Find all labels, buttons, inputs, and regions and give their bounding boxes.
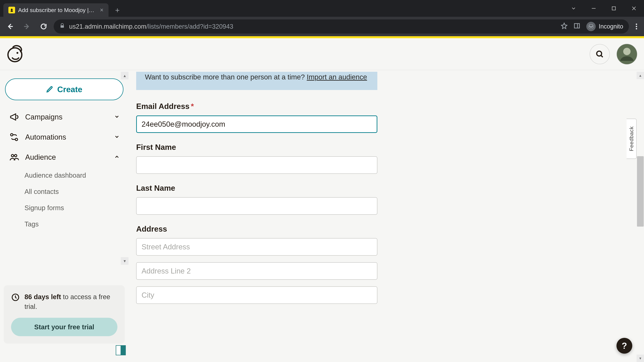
- svg-rect-3: [60, 25, 64, 28]
- address-label: Address: [136, 224, 377, 233]
- svg-point-7: [636, 28, 637, 29]
- subnav-tags[interactable]: Tags: [24, 216, 124, 232]
- subnav-audience-dashboard[interactable]: Audience dashboard: [24, 167, 124, 184]
- main-scrollbar[interactable]: ▴ ▾: [636, 72, 644, 362]
- svg-point-16: [14, 155, 17, 157]
- scroll-down-icon[interactable]: ▾: [636, 355, 644, 362]
- svg-point-6: [636, 26, 637, 27]
- trial-days-left: 86 days left: [24, 293, 61, 301]
- field-email: Email Address*: [136, 102, 377, 133]
- svg-point-9: [16, 52, 18, 54]
- sidebar: ▴ Create Campaigns Automations Audience: [0, 38, 129, 362]
- subnav-all-contacts[interactable]: All contacts: [24, 184, 124, 200]
- chevron-down-icon: [114, 133, 120, 141]
- url-host: us21.admin.mailchimp.com: [69, 23, 146, 30]
- incognito-icon: [586, 22, 596, 31]
- sidebar-item-automations[interactable]: Automations: [5, 127, 124, 147]
- automation-icon: [9, 132, 20, 142]
- street-address-input[interactable]: [136, 238, 377, 256]
- sidebar-item-label: Audience: [25, 153, 56, 161]
- window-close-button[interactable]: [624, 2, 644, 15]
- field-address: Address: [136, 224, 377, 304]
- sidebar-item-campaigns[interactable]: Campaigns: [5, 107, 124, 127]
- chevron-up-icon: [114, 153, 120, 161]
- main-content: Want to subscribe more than one person a…: [129, 38, 644, 362]
- tab-title: Add subscriber to Moodjoy | Ma: [18, 7, 95, 13]
- incognito-indicator[interactable]: Incognito: [586, 22, 623, 31]
- svg-point-1: [10, 10, 13, 12]
- app-header: [0, 38, 644, 70]
- sidebar-nav: Campaigns Automations Audience Audience …: [0, 107, 128, 232]
- scroll-up-icon[interactable]: ▴: [636, 72, 644, 79]
- clock-icon: [11, 293, 20, 302]
- subnav-signup-forms[interactable]: Signup forms: [24, 200, 124, 216]
- browser-toolbar: us21.admin.mailchimp.com/lists/members/a…: [0, 17, 644, 36]
- last-name-label: Last Name: [136, 184, 377, 193]
- tab-strip: Add subscriber to Moodjoy | Ma × +: [0, 3, 123, 17]
- browser-forward-button[interactable]: [20, 20, 34, 33]
- address-bar[interactable]: us21.admin.mailchimp.com/lists/members/a…: [54, 19, 629, 33]
- import-audience-link[interactable]: Import an audience: [307, 73, 367, 81]
- avatar[interactable]: [616, 44, 637, 64]
- browser-titlebar: Add subscriber to Moodjoy | Ma × +: [0, 0, 644, 17]
- bookmark-star-icon[interactable]: [561, 22, 568, 31]
- email-label-text: Email Address: [136, 102, 190, 111]
- audience-icon: [9, 152, 20, 163]
- new-tab-button[interactable]: +: [112, 4, 123, 16]
- start-trial-button[interactable]: Start your free trial: [11, 318, 118, 336]
- sidebar-scroll-up-icon[interactable]: ▴: [121, 72, 128, 79]
- email-input[interactable]: [136, 115, 377, 133]
- tab-favicon-icon: [8, 7, 15, 13]
- url-text: us21.admin.mailchimp.com/lists/members/a…: [69, 23, 233, 30]
- survey-widget-icon[interactable]: [116, 345, 126, 355]
- pencil-icon: [46, 86, 53, 93]
- address-line2-input[interactable]: [136, 262, 377, 280]
- megaphone-icon: [9, 112, 20, 122]
- first-name-input[interactable]: [136, 156, 377, 174]
- trial-text: 86 days left to access a free trial.: [24, 292, 118, 311]
- tab-search-button[interactable]: [564, 2, 584, 15]
- incognito-label: Incognito: [599, 23, 623, 30]
- scroll-thumb[interactable]: [637, 156, 644, 227]
- url-path: /lists/members/add?id=320943: [146, 23, 233, 30]
- banner-lead: Want to subscribe more than one person a…: [145, 73, 307, 81]
- side-panel-icon[interactable]: [574, 22, 580, 31]
- window-maximize-button[interactable]: [604, 2, 624, 15]
- app-viewport: ▴ Create Campaigns Automations Audience: [0, 38, 644, 362]
- sidebar-scroll-down-icon[interactable]: ▾: [121, 257, 128, 265]
- lock-icon: [59, 23, 65, 30]
- create-label: Create: [57, 85, 82, 94]
- sidebar-item-label: Automations: [25, 133, 66, 141]
- trial-card: 86 days left to access a free trial. Sta…: [4, 285, 125, 344]
- svg-point-13: [10, 134, 13, 136]
- window-minimize-button[interactable]: [584, 2, 604, 15]
- mailchimp-logo-icon[interactable]: [7, 44, 27, 64]
- browser-tab[interactable]: Add subscriber to Moodjoy | Ma ×: [3, 3, 108, 17]
- add-subscriber-form: Want to subscribe more than one person a…: [129, 72, 391, 304]
- svg-point-5: [636, 24, 637, 25]
- field-first-name: First Name: [136, 143, 377, 174]
- header-search-button[interactable]: [590, 44, 610, 64]
- scroll-track[interactable]: [636, 79, 644, 355]
- svg-rect-2: [612, 7, 616, 10]
- browser-menu-button[interactable]: [632, 23, 641, 30]
- city-input[interactable]: [136, 286, 377, 304]
- sidebar-item-audience[interactable]: Audience: [5, 147, 124, 167]
- browser-back-button[interactable]: [3, 20, 17, 33]
- browser-reload-button[interactable]: [37, 20, 50, 33]
- create-button[interactable]: Create: [5, 78, 124, 100]
- svg-point-14: [15, 138, 18, 141]
- last-name-input[interactable]: [136, 197, 377, 215]
- import-audience-banner: Want to subscribe more than one person a…: [136, 72, 377, 90]
- tab-close-icon[interactable]: ×: [100, 7, 104, 13]
- feedback-tab[interactable]: Feedback: [626, 119, 636, 159]
- chevron-down-icon: [114, 113, 120, 121]
- svg-point-15: [12, 155, 14, 157]
- svg-point-0: [11, 8, 13, 10]
- required-asterisk: *: [191, 102, 194, 111]
- email-label: Email Address*: [136, 102, 377, 111]
- brand-accent-bar: [0, 36, 644, 38]
- audience-subnav: Audience dashboard All contacts Signup f…: [5, 167, 124, 232]
- svg-rect-4: [574, 23, 580, 28]
- help-button[interactable]: ?: [616, 338, 632, 354]
